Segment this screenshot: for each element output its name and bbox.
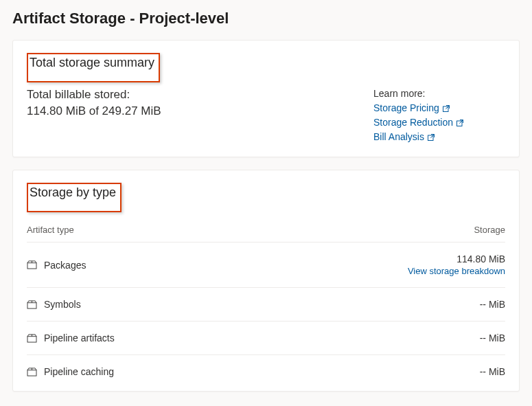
link-label: Storage Reduction [373,115,453,130]
summary-header: Total storage summary [30,56,154,70]
row-value: -- MiB [480,332,505,343]
package-icon [27,368,37,376]
table-row: Pipeline artifacts -- MiB [27,322,505,355]
billable-label: Total billable stored: [27,87,161,103]
external-link-icon [427,133,435,142]
package-icon [27,260,37,269]
billable-value: 114.80 MiB of 249.27 MiB [27,103,161,120]
storage-header: Storage by type [30,185,116,200]
row-name: Pipeline caching [44,366,114,377]
package-icon [27,300,37,309]
table-row: Symbols -- MiB [27,288,505,322]
highlight-storage: Storage by type [27,183,122,212]
table-header: Artifact type Storage [27,212,505,243]
link-label: Bill Analysis [373,130,424,144]
row-value: -- MiB [480,299,505,310]
row-value: -- MiB [480,366,505,377]
row-name: Packages [44,260,86,271]
row-name: Pipeline artifacts [44,332,115,343]
table-row: Pipeline caching -- MiB [27,355,505,388]
link-label: Storage Pricing [373,101,439,115]
svg-rect-3 [27,263,36,269]
col-artifact-type: Artifact type [27,225,74,235]
storage-card: Storage by type Artifact type Storage Pa… [12,170,520,392]
svg-rect-6 [27,370,36,375]
link-storage-pricing[interactable]: Storage Pricing [373,101,464,115]
view-breakdown-link[interactable]: View storage breakdown [408,266,505,276]
learn-more-label: Learn more: [373,87,464,101]
highlight-summary: Total storage summary [27,53,160,82]
external-link-icon [442,104,450,113]
svg-rect-4 [27,302,36,308]
learn-more-section: Learn more: Storage Pricing Storage Redu… [373,87,464,144]
page-title: Artifact Storage - Project-level [0,0,532,40]
summary-card: Total storage summary Total billable sto… [12,40,520,157]
col-storage: Storage [474,225,505,235]
row-name: Symbols [44,299,81,310]
link-bill-analysis[interactable]: Bill Analysis [373,130,464,144]
billable-text: Total billable stored: 114.80 MiB of 249… [27,87,161,144]
package-icon [27,334,37,343]
svg-rect-5 [27,336,36,341]
row-value: 114.80 MiB [408,253,505,264]
external-link-icon [456,119,464,127]
link-storage-reduction[interactable]: Storage Reduction [373,115,464,130]
table-row: Packages 114.80 MiB View storage breakdo… [27,243,505,288]
